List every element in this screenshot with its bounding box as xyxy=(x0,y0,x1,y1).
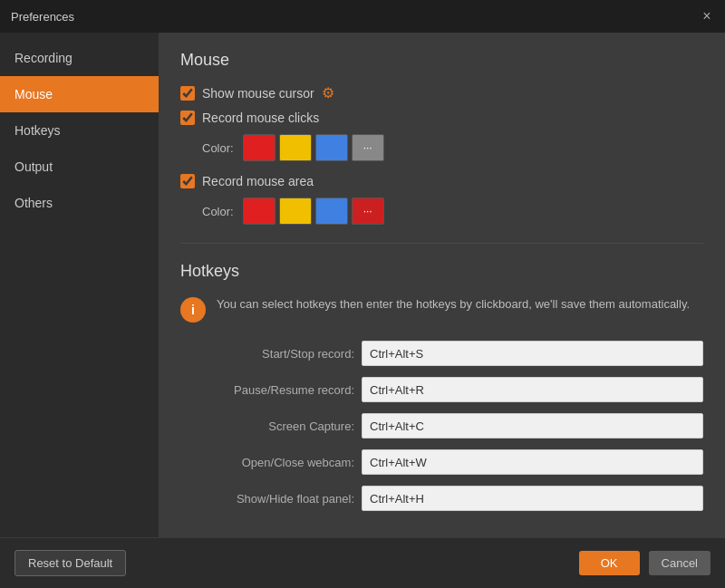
hotkey-input-webcam[interactable] xyxy=(362,449,703,475)
section-divider xyxy=(180,243,703,244)
hotkey-input-pause-resume[interactable] xyxy=(362,377,703,402)
footer-right-buttons: OK Cancel xyxy=(579,551,710,575)
sidebar-item-output[interactable]: Output xyxy=(0,149,159,185)
more-colors-1[interactable]: ··· xyxy=(352,134,384,161)
content-area: Recording Mouse Hotkeys Output Others Mo… xyxy=(0,33,725,537)
color-swatch-blue-1[interactable] xyxy=(315,134,348,161)
hotkey-label-pause-resume: Pause/Resume record: xyxy=(180,383,362,397)
gear-icon[interactable]: ⚙ xyxy=(322,84,334,101)
hotkey-label-start-stop: Start/Stop record: xyxy=(180,347,362,361)
color-swatch-yellow-1[interactable] xyxy=(279,134,312,161)
record-clicks-label: Record mouse clicks xyxy=(202,111,319,125)
cancel-button[interactable]: Cancel xyxy=(649,551,710,575)
preferences-window: Preferences × Recording Mouse Hotkeys Ou… xyxy=(0,0,725,588)
sidebar-item-mouse[interactable]: Mouse xyxy=(0,76,159,112)
info-box: i You can select hotkeys then enter the … xyxy=(180,295,703,323)
hotkey-label-float-panel: Show/Hide float panel: xyxy=(180,492,362,506)
show-cursor-row: Show mouse cursor ⚙ xyxy=(180,84,703,101)
more-colors-2[interactable]: ··· xyxy=(352,198,384,225)
color-swatch-blue-2[interactable] xyxy=(315,198,348,225)
info-icon: i xyxy=(180,297,206,323)
hotkey-input-start-stop[interactable] xyxy=(362,341,703,366)
hotkey-label-webcam: Open/Close webcam: xyxy=(180,456,362,469)
hotkey-row-pause-resume: Pause/Resume record: xyxy=(180,377,703,402)
record-clicks-checkbox[interactable] xyxy=(180,111,195,125)
mouse-section: Mouse Show mouse cursor ⚙ Record mouse c… xyxy=(180,51,703,225)
hotkeys-section-title: Hotkeys xyxy=(180,262,703,281)
record-area-label: Record mouse area xyxy=(202,174,314,188)
record-area-checkbox[interactable] xyxy=(180,174,195,188)
close-icon[interactable]: × xyxy=(700,9,714,24)
hotkey-row-float-panel: Show/Hide float panel: xyxy=(180,486,703,511)
hotkey-label-screen-capture: Screen Capture: xyxy=(180,419,362,433)
color-row-1: Color: ··· xyxy=(202,134,703,161)
color-label-2: Color: xyxy=(202,205,234,218)
sidebar-item-hotkeys[interactable]: Hotkeys xyxy=(0,112,159,149)
hotkey-row-start-stop: Start/Stop record: xyxy=(180,341,703,366)
ok-button[interactable]: OK xyxy=(579,551,640,575)
record-area-row: Record mouse area xyxy=(180,174,703,188)
color-swatch-red-1[interactable] xyxy=(243,134,276,161)
sidebar-item-others[interactable]: Others xyxy=(0,185,159,221)
show-cursor-label: Show mouse cursor xyxy=(202,86,314,101)
hotkey-row-webcam: Open/Close webcam: xyxy=(180,449,703,475)
mouse-section-title: Mouse xyxy=(180,51,703,70)
show-cursor-checkbox[interactable] xyxy=(180,86,195,101)
color-label-1: Color: xyxy=(202,141,234,155)
record-clicks-row: Record mouse clicks xyxy=(180,111,703,125)
main-panel: Mouse Show mouse cursor ⚙ Record mouse c… xyxy=(159,33,725,537)
footer: Reset to Default OK Cancel xyxy=(0,537,725,588)
sidebar-item-recording[interactable]: Recording xyxy=(0,40,159,76)
hotkey-row-screen-capture: Screen Capture: xyxy=(180,413,703,439)
reset-to-default-button[interactable]: Reset to Default xyxy=(14,550,126,576)
titlebar: Preferences × xyxy=(0,0,725,33)
hotkey-input-screen-capture[interactable] xyxy=(362,413,703,439)
hotkeys-section: Hotkeys i You can select hotkeys then en… xyxy=(180,262,703,511)
color-row-2: Color: ··· xyxy=(202,198,703,225)
color-swatch-yellow-2[interactable] xyxy=(279,198,312,225)
color-swatch-red-2[interactable] xyxy=(243,198,276,225)
info-text: You can select hotkeys then enter the ho… xyxy=(217,295,690,313)
window-title: Preferences xyxy=(11,10,74,24)
hotkey-input-float-panel[interactable] xyxy=(362,486,703,511)
sidebar: Recording Mouse Hotkeys Output Others xyxy=(0,33,159,537)
